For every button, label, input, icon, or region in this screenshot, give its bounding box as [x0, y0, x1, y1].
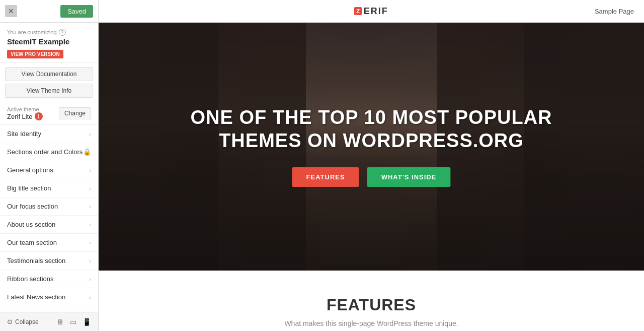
- sidebar-nav-item-2[interactable]: General options›: [0, 161, 98, 179]
- content-area: ONE OF THE TOP 10 MOST POPULAR THEMES ON…: [99, 23, 644, 331]
- chevron-right-icon: ›: [89, 276, 91, 282]
- chevron-right-icon: ›: [89, 185, 91, 191]
- nav-item-label: Sections order and Colors: [7, 148, 83, 156]
- sidebar-nav-item-6[interactable]: Our team section›: [0, 234, 98, 252]
- logo-box: Z: [354, 7, 362, 15]
- desktop-icon[interactable]: 🖥: [57, 318, 64, 326]
- top-bar-main: Z ERIF Sample Page: [99, 6, 644, 17]
- chevron-right-icon: ›: [89, 258, 91, 264]
- view-theme-info-button[interactable]: View Theme Info: [5, 84, 93, 98]
- chevron-right-icon: ›: [89, 222, 91, 228]
- nav-item-label: Ribbon sections: [7, 275, 54, 283]
- top-bar-left: ✕ Saved: [0, 0, 99, 22]
- features-subtitle: What makes this single-page WordPress th…: [109, 319, 634, 327]
- chevron-right-icon: ›: [89, 131, 91, 137]
- sidebar-nav-item-7[interactable]: Testimonials section›: [0, 252, 98, 270]
- top-bar: ✕ Saved Z ERIF Sample Page: [0, 0, 644, 23]
- nav-item-right: 🔒: [83, 148, 91, 156]
- pro-badge[interactable]: VIEW PRO VERSION: [7, 50, 63, 58]
- features-section: FEATURES What makes this single-page Wor…: [99, 271, 644, 331]
- chevron-right-icon: ›: [89, 167, 91, 173]
- features-title: FEATURES: [109, 296, 634, 314]
- features-button[interactable]: FEATURES: [292, 167, 359, 187]
- sidebar-nav: Site Identity›Sections order and Colors🔒…: [0, 125, 98, 312]
- footer-icons: 🖥 ▭ 📱: [57, 318, 91, 326]
- change-theme-button[interactable]: Change: [59, 107, 91, 119]
- logo-text: ERIF: [364, 6, 388, 17]
- nav-item-right: ›: [89, 222, 91, 228]
- nav-item-right: ›: [89, 167, 91, 173]
- nav-item-right: ›: [89, 240, 91, 246]
- close-button[interactable]: ✕: [5, 5, 17, 17]
- theme-name: Zerif Lite 1: [7, 112, 43, 120]
- mobile-icon[interactable]: 📱: [83, 318, 91, 326]
- sidebar-nav-item-8[interactable]: Ribbon sections›: [0, 270, 98, 288]
- sidebar-nav-item-1[interactable]: Sections order and Colors🔒: [0, 143, 98, 161]
- sidebar-buttons: View Documentation View Theme Info: [0, 63, 98, 102]
- sidebar-header: You are customizing ? SteemIT Example VI…: [0, 23, 98, 63]
- nav-item-label: Our team section: [7, 239, 57, 246]
- nav-item-label: Site Identity: [7, 130, 41, 138]
- hero-section: ONE OF THE TOP 10 MOST POPULAR THEMES ON…: [99, 23, 644, 271]
- collapse-button[interactable]: ⊙ Collapse: [7, 318, 39, 325]
- nav-item-right: ›: [89, 185, 91, 191]
- sidebar-footer: ⊙ Collapse 🖥 ▭ 📱: [0, 312, 98, 331]
- sidebar: You are customizing ? SteemIT Example VI…: [0, 23, 99, 331]
- nav-item-label: Testimonials section: [7, 257, 65, 264]
- nav-item-label: General options: [7, 166, 53, 174]
- sample-page-link[interactable]: Sample Page: [595, 8, 634, 15]
- nav-item-right: ›: [89, 294, 91, 300]
- hero-content: ONE OF THE TOP 10 MOST POPULAR THEMES ON…: [153, 106, 589, 187]
- active-theme-info: Active theme Zerif Lite 1: [7, 106, 43, 120]
- nav-item-right: ›: [89, 276, 91, 282]
- nav-item-right: ›: [89, 204, 91, 210]
- hero-buttons: FEATURES WHAT'S INSIDE: [153, 167, 589, 187]
- lock-icon: 🔒: [83, 148, 91, 156]
- sidebar-nav-item-0[interactable]: Site Identity›: [0, 125, 98, 143]
- chevron-right-icon: ›: [89, 294, 91, 300]
- sidebar-nav-item-4[interactable]: Our focus section›: [0, 197, 98, 216]
- nav-item-label: Latest News section: [7, 293, 65, 301]
- hero-title: ONE OF THE TOP 10 MOST POPULAR THEMES ON…: [153, 106, 589, 152]
- sidebar-nav-item-10[interactable]: Contact us section›: [0, 306, 98, 312]
- whats-inside-button[interactable]: WHAT'S INSIDE: [367, 167, 451, 187]
- tablet-icon[interactable]: ▭: [70, 318, 76, 326]
- active-theme-label: Active theme: [7, 106, 43, 112]
- nav-item-label: Big title section: [7, 184, 51, 192]
- circle-icon: ⊙: [7, 318, 13, 325]
- saved-button[interactable]: Saved: [60, 5, 93, 18]
- nav-item-right: ›: [89, 131, 91, 137]
- nav-item-label: Our focus section: [7, 203, 58, 210]
- sidebar-nav-item-9[interactable]: Latest News section›: [0, 288, 98, 306]
- nav-item-label: About us section: [7, 221, 55, 228]
- active-theme-section: Active theme Zerif Lite 1 Change: [0, 102, 98, 125]
- sidebar-nav-item-3[interactable]: Big title section›: [0, 179, 98, 197]
- view-documentation-button[interactable]: View Documentation: [5, 67, 93, 81]
- help-icon[interactable]: ?: [59, 29, 66, 36]
- chevron-right-icon: ›: [89, 204, 91, 210]
- main-layout: You are customizing ? SteemIT Example VI…: [0, 23, 644, 331]
- chevron-right-icon: ›: [89, 240, 91, 246]
- customizing-label: You are customizing ?: [7, 29, 91, 36]
- site-logo: Z ERIF: [354, 6, 388, 17]
- site-name: SteemIT Example: [7, 37, 91, 46]
- theme-badge: 1: [35, 112, 43, 120]
- nav-item-right: ›: [89, 258, 91, 264]
- sidebar-nav-item-5[interactable]: About us section›: [0, 216, 98, 234]
